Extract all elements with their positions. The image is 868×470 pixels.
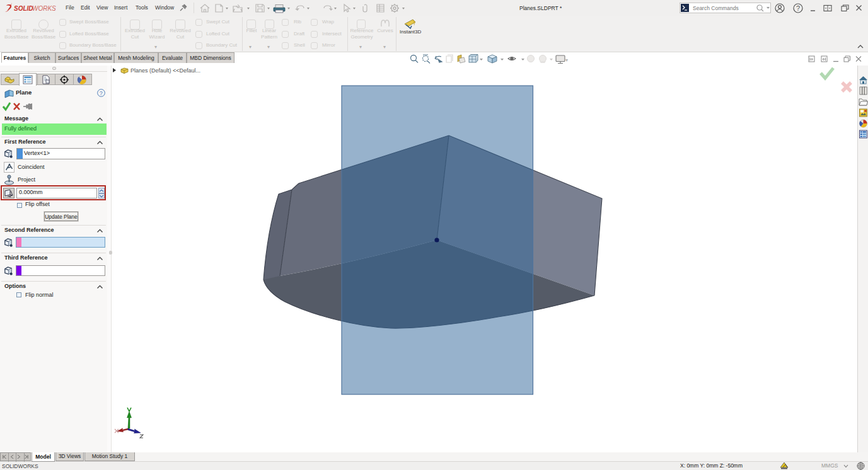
svg-text:SOLID: SOLID bbox=[14, 5, 33, 12]
svg-text:?: ? bbox=[796, 4, 800, 12]
svg-text:?: ? bbox=[100, 90, 103, 96]
svg-text:WORKS: WORKS bbox=[32, 5, 56, 12]
